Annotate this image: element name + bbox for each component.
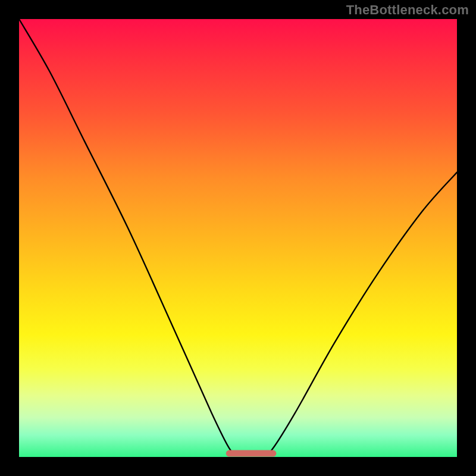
bottleneck-curve <box>19 19 457 456</box>
watermark-text: TheBottleneck.com <box>346 2 469 18</box>
plot-area <box>19 19 457 457</box>
curve-svg <box>19 19 457 457</box>
chart-frame: TheBottleneck.com <box>0 0 476 476</box>
